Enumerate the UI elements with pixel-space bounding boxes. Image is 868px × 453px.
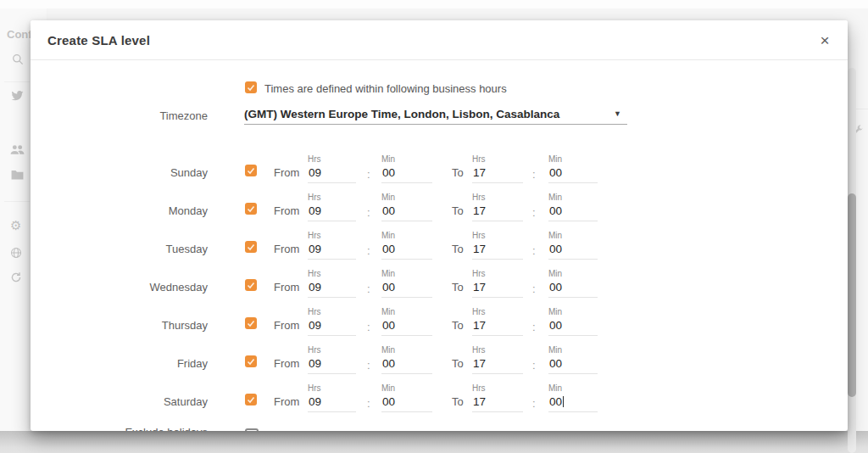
timezone-select[interactable]: (GMT) Western Europe Time, London, Lisbo… [244,103,627,125]
from-hrs-input[interactable]: 09 [308,317,356,336]
from-hrs-input[interactable]: 09 [308,279,356,298]
to-min-input[interactable]: 00 [548,394,598,412]
day-enabled-checkbox[interactable] [245,241,257,253]
time-colon: : [367,244,370,257]
to-label: To [452,319,464,332]
day-row: Sunday From Hrs 09 : Min 00 To Hrs 17 : … [31,153,848,191]
day-label: Saturday [81,395,208,408]
day-row: Monday From Hrs 09 : Min 00 To Hrs 17 : … [31,191,848,229]
day-enabled-checkbox[interactable] [245,279,257,291]
from-min-input[interactable]: 00 [381,203,432,221]
business-hours-checkbox[interactable] [245,81,257,93]
time-colon: : [367,321,370,333]
to-min-input[interactable]: 00 [548,355,598,374]
from-min-field: Min 00 [381,345,432,376]
to-label: To [452,395,464,408]
from-min-input[interactable]: 00 [381,241,432,260]
timezone-label: Timezone [81,109,208,122]
to-hrs-input[interactable]: 17 [472,165,523,183]
day-enabled-checkbox[interactable] [245,203,257,215]
day-label: Monday [81,204,208,217]
from-min-field: Min 00 [381,307,432,338]
from-hrs-input[interactable]: 09 [308,394,356,412]
from-min-input[interactable]: 00 [381,279,432,298]
day-label: Tuesday [81,243,208,255]
page-scrollbar[interactable] [848,68,856,453]
min-caption: Min [381,307,432,317]
business-hours-label: Times are defined within following busin… [264,82,507,95]
time-colon: : [532,397,536,410]
day-enabled-checkbox[interactable] [245,317,257,329]
to-hrs-input[interactable]: 17 [472,241,523,260]
to-min-input[interactable]: 00 [548,165,598,183]
from-min-input[interactable]: 00 [381,394,432,412]
day-label: Friday [81,357,208,370]
to-hrs-input[interactable]: 17 [472,317,523,336]
from-min-input[interactable]: 00 [381,317,432,336]
business-hours-days: Sunday From Hrs 09 : Min 00 To Hrs 17 : … [31,153,848,420]
time-colon: : [367,168,370,181]
time-colon: : [532,321,536,333]
day-row: Saturday From Hrs 09 : Min 00 To Hrs 17 … [31,382,848,420]
min-caption: Min [381,269,432,279]
from-hrs-field: Hrs 09 [308,193,356,223]
from-hrs-input[interactable]: 09 [308,241,356,260]
day-label: Thursday [81,319,208,332]
from-min-field: Min 00 [381,154,432,185]
from-min-input[interactable]: 00 [381,165,432,183]
to-min-field: Min 00 [548,154,598,185]
from-label: From [274,281,299,294]
day-row: Wednesday From Hrs 09 : Min 00 To Hrs 17… [31,267,848,305]
to-label: To [452,357,464,370]
day-row: Friday From Hrs 09 : Min 00 To Hrs 17 : … [31,344,848,382]
time-colon: : [532,359,536,372]
min-caption: Min [548,154,598,165]
to-min-input[interactable]: 00 [548,317,598,336]
day-label: Sunday [81,166,208,179]
exclude-holidays-checkbox[interactable] [245,428,259,431]
day-enabled-checkbox[interactable] [245,165,257,176]
hrs-caption: Hrs [472,345,523,355]
from-hrs-input[interactable]: 09 [308,165,356,183]
to-hrs-input[interactable]: 17 [472,394,523,412]
from-label: From [274,166,299,179]
from-hrs-input[interactable]: 09 [308,203,356,221]
to-hrs-input[interactable]: 17 [472,355,523,374]
scrollbar-thumb[interactable] [848,193,856,397]
chevron-down-icon: ▼ [614,109,621,118]
hrs-caption: Hrs [472,269,523,279]
min-caption: Min [548,269,598,279]
min-caption: Min [548,231,598,241]
hrs-caption: Hrs [308,269,356,279]
hrs-caption: Hrs [472,383,523,394]
to-min-input[interactable]: 00 [548,203,598,221]
create-sla-level-dialog: Create SLA level × Times are defined wit… [31,20,848,431]
to-hrs-field: Hrs 17 [472,345,523,376]
hrs-caption: Hrs [308,307,356,317]
min-caption: Min [381,193,432,203]
to-min-field: Min 00 [548,193,598,223]
close-icon[interactable]: × [814,30,836,52]
to-label: To [452,281,464,294]
page-bottom-shade [0,431,868,453]
from-min-field: Min 00 [381,269,432,299]
to-min-input[interactable]: 00 [548,241,598,260]
day-enabled-checkbox[interactable] [245,394,257,405]
from-hrs-field: Hrs 09 [308,307,356,338]
exclude-holidays-row: Exclude holidays [31,424,848,431]
min-caption: Min [548,383,598,394]
hrs-caption: Hrs [472,154,523,165]
to-min-input[interactable]: 00 [548,279,598,298]
min-caption: Min [381,383,432,394]
to-hrs-field: Hrs 17 [472,193,523,223]
from-hrs-input[interactable]: 09 [308,355,356,374]
to-hrs-input[interactable]: 17 [472,279,523,298]
from-hrs-field: Hrs 09 [308,154,356,185]
from-hrs-field: Hrs 09 [308,383,356,414]
dialog-title: Create SLA level [47,33,150,48]
from-min-input[interactable]: 00 [381,355,432,374]
from-min-field: Min 00 [381,193,432,223]
time-colon: : [532,244,536,257]
to-hrs-input[interactable]: 17 [472,203,523,221]
day-enabled-checkbox[interactable] [245,355,257,367]
